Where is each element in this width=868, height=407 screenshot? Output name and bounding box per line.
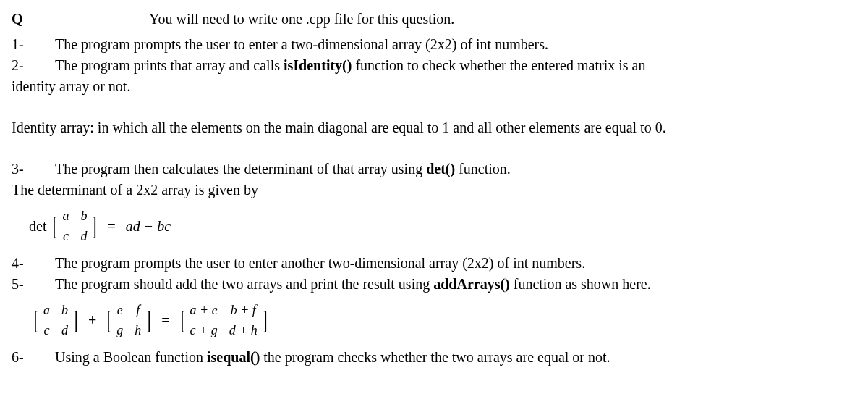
item-6: 6- Using a Boolean function isequal() th… [12, 347, 856, 368]
identity-definition: Identity array: in which all the element… [12, 117, 856, 138]
item-text: The program prompts the user to enter a … [55, 34, 856, 55]
function-name: det() [426, 161, 455, 177]
item-label: 2- [12, 55, 55, 76]
item-label: 3- [12, 159, 55, 180]
function-name: isIdentity() [284, 57, 352, 73]
matrix-cell: e [116, 301, 123, 319]
matrix-cell: h [135, 321, 141, 340]
equals-sign: = [107, 216, 115, 237]
item-text: The program should add the two arrays an… [55, 274, 856, 295]
item-1: 1- The program prompts the user to enter… [12, 34, 856, 55]
item-3-continuation: The determinant of a 2x2 array is given … [12, 180, 856, 201]
matrix-b: [ e f g h ] [105, 301, 153, 340]
item-3: 3- The program then calculates the deter… [12, 159, 856, 180]
plus-sign: + [88, 310, 96, 331]
question-header: Q You will need to write one .cpp file f… [12, 9, 856, 30]
text-after: function. [455, 161, 511, 177]
matrix-cell: d [61, 321, 68, 340]
matrix-cell: g [116, 321, 123, 340]
item-label: 6- [12, 347, 55, 368]
matrix-cell: a [62, 206, 69, 225]
text-before: Using a Boolean function [55, 349, 207, 365]
matrix-cell: b + f [229, 301, 258, 319]
matrix-cell: b [80, 206, 87, 225]
matrix-result: [ a + e b + f c + g d + h ] [179, 301, 269, 340]
q-label: Q [12, 9, 55, 30]
bracket-left-icon: [ [107, 307, 112, 333]
matrix-grid: a + e b + f c + g d + h [187, 301, 260, 340]
det-rhs: ad − bc [126, 216, 171, 237]
header-instruction: You will need to write one .cpp file for… [55, 9, 856, 30]
equals-sign: = [161, 310, 169, 331]
text-after: the program checks whether the two array… [260, 349, 610, 365]
item-text: The program then calculates the determin… [55, 159, 856, 180]
matrix-a: [ a b c d ] [32, 301, 80, 340]
function-name: isequal() [207, 349, 260, 365]
matrix-cell: c [43, 321, 50, 340]
text-before: The program then calculates the determin… [55, 161, 426, 177]
matrix-grid: e f g h [114, 301, 144, 340]
add-formula: [ a b c d ] + [ e f g h ] = [ a + e b + … [29, 301, 856, 340]
matrix-cell: b [61, 301, 68, 319]
matrix-cell: d + h [229, 321, 258, 340]
item-label: 5- [12, 274, 55, 295]
matrix-1: [ a b c d ] [51, 206, 98, 246]
bracket-right-icon: ] [146, 307, 151, 333]
function-name: addArrays() [433, 276, 510, 292]
matrix-grid: a b c d [59, 206, 90, 246]
item-label: 4- [12, 253, 55, 274]
bracket-right-icon: ] [92, 213, 97, 239]
det-formula: det [ a b c d ] = ad − bc [29, 206, 856, 246]
text-before: The program should add the two arrays an… [55, 276, 433, 292]
matrix-cell: c [62, 227, 69, 246]
bracket-right-icon: ] [72, 307, 77, 333]
item-2-continuation: identity array or not. [12, 76, 856, 97]
item-text: Using a Boolean function isequal() the p… [55, 347, 856, 368]
matrix-cell: c + g [190, 321, 218, 340]
item-4: 4- The program prompts the user to enter… [12, 253, 856, 274]
text-after: function as shown here. [510, 276, 651, 292]
matrix-cell: a [43, 301, 50, 319]
item-2: 2- The program prints that array and cal… [12, 55, 856, 76]
item-5: 5- The program should add the two arrays… [12, 274, 856, 295]
matrix-cell: a + e [190, 301, 218, 319]
text-after: function to check whether the entered ma… [352, 57, 645, 73]
bracket-right-icon: ] [262, 307, 267, 333]
item-text: The program prompts the user to enter an… [55, 253, 856, 274]
bracket-left-icon: [ [180, 307, 185, 333]
matrix-cell: f [135, 301, 141, 319]
bracket-left-icon: [ [53, 213, 58, 239]
item-label: 1- [12, 34, 55, 55]
text-before: The program prints that array and calls [55, 57, 284, 73]
bracket-left-icon: [ [33, 307, 38, 333]
matrix-grid: a b c d [41, 301, 71, 340]
item-text: The program prints that array and calls … [55, 55, 856, 76]
matrix-cell: d [80, 227, 87, 246]
det-label: det [29, 216, 46, 237]
